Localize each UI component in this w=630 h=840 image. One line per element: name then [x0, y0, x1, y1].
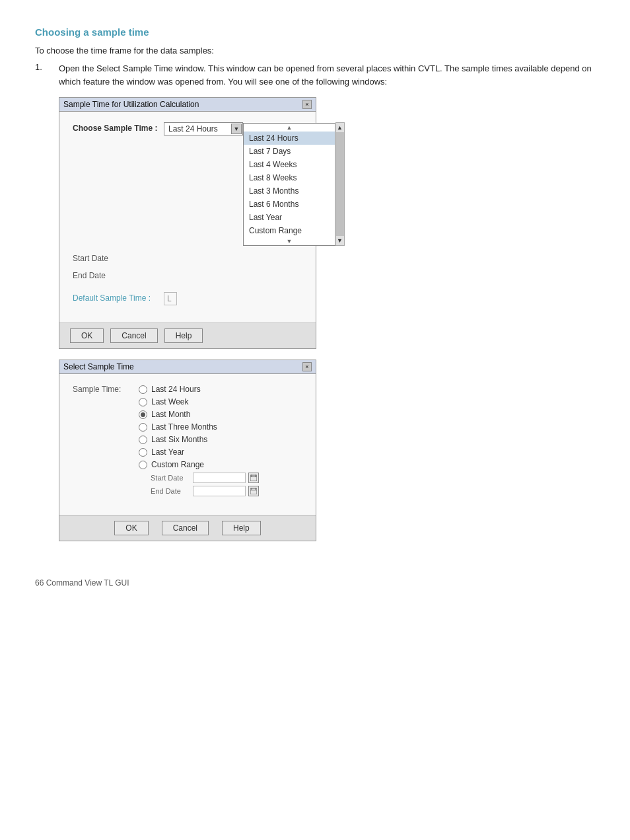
dialog-utilization-cancel[interactable]: Cancel [110, 328, 157, 343]
radio-row-0: Last 24 Hours [139, 385, 259, 394]
scrollbar-down-btn[interactable]: ▼ [337, 236, 343, 245]
end-date-row: End Date [73, 270, 302, 280]
dialog-utilization-titlebar: Sample Time for Utilization Calculation … [59, 98, 316, 112]
dialog-select-body: Sample Time: Last 24 Hours Last Week [59, 374, 316, 515]
end-date-label: End Date [73, 270, 158, 280]
default-sample-time-input[interactable]: L [164, 292, 177, 305]
dropdown-item-7[interactable]: Custom Range [244, 224, 335, 237]
dialog-utilization-help[interactable]: Help [164, 328, 203, 343]
dropdown-item-2[interactable]: Last 4 Weeks [244, 158, 335, 171]
page-footer: 66 Command View TL GUI [35, 578, 595, 588]
dialog-select-ok[interactable]: OK [114, 521, 148, 535]
start-date-label-2: Start Date [151, 474, 190, 482]
dialog-select-title: Select Sample Time [63, 362, 134, 371]
step-1-content: Open the Select Sample Time window. This… [59, 62, 595, 552]
radio-label-1: Last Week [151, 397, 188, 406]
radio-row-4: Last Six Months [139, 435, 259, 444]
radio-label-6: Custom Range [151, 460, 204, 469]
sample-time-field-row: Sample Time: Last 24 Hours Last Week [73, 385, 302, 499]
dialog-utilization: Sample Time for Utilization Calculation … [59, 97, 316, 349]
radio-last-week[interactable] [139, 398, 147, 406]
scrollbar-up-btn[interactable]: ▲ [337, 123, 343, 132]
radio-label-4: Last Six Months [151, 435, 207, 444]
default-sample-time-label: Default Sample Time : [73, 292, 158, 303]
radio-last-year[interactable] [139, 448, 147, 457]
choose-sample-time-row: Choose Sample Time : Last 24 Hours ▼ ▲ L… [73, 122, 302, 246]
radio-row-5: Last Year [139, 447, 259, 457]
radio-label-2: Last Month [151, 410, 190, 419]
radio-label-5: Last Year [151, 447, 184, 457]
radio-row-3: Last Three Months [139, 422, 259, 432]
radio-last-month[interactable] [139, 410, 147, 419]
dropdown-item-5[interactable]: Last 6 Months [244, 198, 335, 211]
dropdown-item-0[interactable]: Last 24 Hours [244, 132, 335, 145]
page-heading: Choosing a sample time [35, 26, 595, 38]
start-date-input[interactable] [193, 473, 246, 483]
intro-text: To choose the time frame for the data sa… [35, 46, 595, 56]
start-date-field-row: Start Date [151, 473, 259, 483]
end-date-field-row: End Date [151, 486, 259, 496]
dropdown-scrollbar[interactable]: ▲ ▼ [335, 122, 345, 246]
radio-options-group: Last 24 Hours Last Week Last Month [139, 385, 259, 499]
step-number-1: 1. [35, 62, 51, 552]
dialog-select-help[interactable]: Help [222, 521, 261, 535]
sample-time-field-label: Sample Time: [73, 385, 132, 499]
dialog-utilization-close[interactable]: × [302, 100, 312, 109]
radio-row-6: Custom Range [139, 460, 259, 469]
end-date-input[interactable] [193, 486, 246, 496]
dropdown-item-3[interactable]: Last 8 Weeks [244, 171, 335, 184]
choose-sample-time-label: Choose Sample Time : [73, 122, 158, 133]
dialog-select-cancel[interactable]: Cancel [162, 521, 209, 535]
dialog-utilization-ok[interactable]: OK [70, 328, 104, 343]
dropdown-open-list: ▲ Last 24 Hours Last 7 Days Last 4 Weeks… [243, 122, 345, 246]
scrollbar-track [336, 132, 344, 236]
dropdown-items: ▲ Last 24 Hours Last 7 Days Last 4 Weeks… [243, 123, 335, 246]
step-1-section: 1. Open the Select Sample Time window. T… [35, 62, 595, 552]
default-sample-time-row: Default Sample Time : L [73, 292, 302, 305]
dialog-select-footer: OK Cancel Help [59, 515, 316, 541]
radio-last-24-hours[interactable] [139, 385, 147, 394]
start-date-calendar-icon[interactable] [248, 473, 259, 483]
start-date-label: Start Date [73, 252, 158, 263]
sample-time-select[interactable]: Last 24 Hours ▼ [164, 122, 243, 135]
radio-row-1: Last Week [139, 397, 259, 406]
dialog-select-close[interactable]: × [302, 362, 312, 371]
radio-last-six-months[interactable] [139, 436, 147, 444]
scroll-up-indicator: ▲ [244, 124, 335, 132]
end-date-label-2: End Date [151, 487, 190, 495]
step-1-text: Open the Select Sample Time window. This… [59, 62, 595, 88]
dialog-utilization-title: Sample Time for Utilization Calculation [63, 100, 199, 109]
dialog-utilization-body: Choose Sample Time : Last 24 Hours ▼ ▲ L… [59, 112, 316, 323]
dropdown-item-6[interactable]: Last Year [244, 211, 335, 224]
scroll-down-indicator: ▼ [244, 237, 335, 245]
end-date-calendar-icon[interactable] [248, 486, 259, 496]
select-dropdown-arrow[interactable]: ▼ [231, 124, 242, 134]
dropdown-item-4[interactable]: Last 3 Months [244, 184, 335, 198]
dialog-utilization-footer: OK Cancel Help [59, 323, 316, 348]
radio-custom-range[interactable] [139, 461, 147, 469]
radio-row-2: Last Month [139, 410, 259, 419]
radio-label-0: Last 24 Hours [151, 385, 201, 394]
dialog-select-sample: Select Sample Time × Sample Time: Last 2… [59, 360, 316, 541]
radio-last-three-months[interactable] [139, 423, 147, 432]
dialog-select-titlebar: Select Sample Time × [59, 360, 316, 374]
dropdown-item-1[interactable]: Last 7 Days [244, 145, 335, 158]
start-date-row: Start Date [73, 252, 302, 263]
radio-label-3: Last Three Months [151, 422, 217, 432]
